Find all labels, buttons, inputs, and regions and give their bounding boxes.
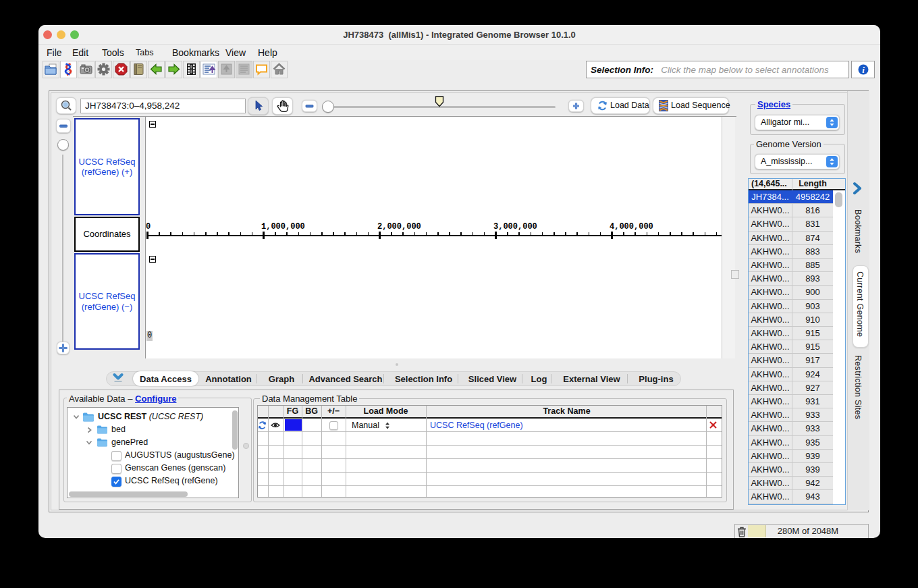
svg-text:i: i: [862, 65, 865, 75]
